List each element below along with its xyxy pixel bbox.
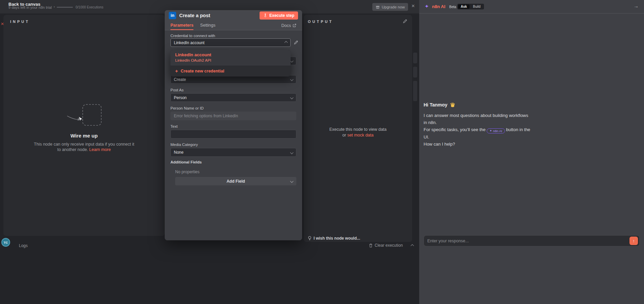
close-ndv-icon[interactable]: ×: [411, 3, 415, 9]
credential-value: LinkedIn account: [174, 40, 205, 45]
collapse-panel-icon[interactable]: →: [634, 3, 639, 9]
canvas-node-ghost: [413, 81, 417, 101]
output-panel: OUTPUT Execute this node to view data or…: [304, 15, 412, 242]
ai-mode-toggle: Ask Build: [457, 4, 484, 9]
wire-me-up-text: This node can only receive input data if…: [34, 142, 134, 152]
tab-settings[interactable]: Settings: [200, 21, 215, 30]
text-input[interactable]: [170, 130, 296, 139]
add-field-button[interactable]: Add Field: [175, 177, 296, 185]
media-category-value: None: [174, 150, 184, 155]
collapse-logs-icon[interactable]: [411, 244, 414, 248]
docs-label: Docs: [281, 23, 291, 28]
no-properties-text: No properties: [175, 170, 199, 174]
input-panel: INPUT Wire me up This node can only rece…: [3, 15, 165, 236]
send-message-button[interactable]: ↑: [629, 237, 638, 245]
node-header: in Create a post Execute step: [165, 10, 302, 21]
ai-message-line: in n8n.: [424, 119, 530, 126]
gift-icon: [376, 5, 380, 9]
plus-icon: +: [175, 68, 178, 74]
flask-icon: [263, 13, 267, 18]
wire-me-up-illustration: [66, 102, 105, 129]
sparkle-icon: ✦: [489, 127, 492, 134]
tab-parameters[interactable]: Parameters: [170, 21, 193, 30]
media-category-label: Media Category: [170, 143, 198, 147]
person-label: Person Name or ID: [170, 106, 204, 110]
ai-greeting: Hi Tanmoy: [424, 102, 455, 108]
credential-option-subtitle: LinkedIn OAuth2 API: [175, 58, 286, 62]
create-new-credential-option[interactable]: + Create new credential: [170, 65, 291, 77]
ai-mode-build[interactable]: Build: [470, 4, 483, 9]
ai-assistant-panel: ✦ n8n AI Beta Ask Build → Hi Tanmoy I ca…: [419, 0, 644, 304]
linkedin-icon: in: [169, 12, 176, 19]
n8n-app: Back to canvas 9 days left in your n8n t…: [0, 0, 644, 304]
node-tabs: Parameters Settings Docs: [165, 21, 302, 30]
additional-fields-label: Additional Fields: [170, 160, 202, 164]
credential-select[interactable]: LinkedIn account: [170, 38, 291, 47]
ai-mode-ask[interactable]: Ask: [458, 4, 469, 9]
n8n-ai-pill-button[interactable]: ✦ n8n AI: [487, 128, 505, 133]
wire-me-up-title: Wire me up: [3, 133, 165, 139]
canvas-node-ghost: [413, 53, 417, 63]
output-empty-line1: Execute this node to view data: [304, 127, 412, 132]
post-as-select[interactable]: Person: [170, 93, 296, 102]
credential-option-linkedin[interactable]: LinkedIn account LinkedIn OAuth2 API: [170, 50, 291, 65]
node-details-modal: in Create a post Execute step Parameters…: [165, 10, 302, 240]
chevron-down-icon: [290, 78, 294, 81]
operation-value: Create: [174, 77, 186, 82]
output-empty-state: Execute this node to view data or set mo…: [304, 127, 412, 138]
ai-greeting-text: Hi Tanmoy: [424, 102, 448, 108]
node-title[interactable]: Create a post: [179, 13, 210, 18]
error-x-icon: ✕: [1, 22, 4, 26]
ai-chat-input[interactable]: [427, 236, 623, 246]
logs-toggle[interactable]: Logs: [19, 243, 28, 248]
ai-message-line: How can I help?: [424, 141, 530, 148]
edit-credential-icon[interactable]: [294, 40, 298, 45]
executions-count: 0/1000 Executions: [76, 5, 103, 9]
text-label: Text: [170, 124, 178, 128]
canvas-node-ghost: [413, 67, 417, 78]
ai-brand-title: n8n AI: [432, 4, 445, 9]
ai-message-text: button in the: [506, 127, 530, 132]
chevron-down-icon: [290, 96, 294, 99]
chevron-down-icon: [290, 180, 294, 183]
trash-icon: [369, 243, 373, 248]
add-field-label: Add Field: [226, 179, 245, 184]
external-link-icon: [293, 24, 296, 27]
credential-option-title: LinkedIn account: [175, 52, 286, 57]
wire-me-up-description: This node can only receive input data if…: [32, 142, 136, 152]
upgrade-now-button[interactable]: Upgrade now: [372, 3, 408, 11]
chevron-down-icon: [290, 59, 294, 63]
execute-step-label: Execute step: [269, 13, 294, 18]
learn-more-link[interactable]: Learn more: [89, 147, 111, 152]
executions-progress-bar: [57, 7, 73, 8]
ai-message: I can answer most questions about buildi…: [424, 112, 530, 148]
docs-link[interactable]: Docs: [281, 21, 296, 30]
wish-node-label: I wish this node would...: [314, 236, 360, 241]
media-category-select[interactable]: None: [170, 148, 296, 157]
n8n-ai-pill-label: n8n AI: [493, 127, 502, 134]
chevron-up-icon: [285, 41, 288, 44]
edit-output-icon[interactable]: [403, 19, 407, 24]
chevron-down-icon: [290, 151, 294, 154]
execute-step-button[interactable]: Execute step: [260, 11, 298, 20]
input-panel-title: INPUT: [10, 20, 30, 24]
ai-message-line: I can answer most questions about buildi…: [424, 112, 530, 119]
trial-banner-text: 9 days left in your n8n trial: [8, 5, 52, 9]
node-parameters: Credential to connect with LinkedIn acco…: [165, 30, 302, 240]
post-as-label: Post As: [170, 88, 184, 92]
sparkle-icon: ✦: [425, 3, 429, 9]
separator-dot: •: [54, 5, 55, 9]
lightbulb-icon: [308, 236, 312, 241]
ai-chat-input-container: ↑: [424, 235, 640, 246]
clear-execution-button[interactable]: Clear execution: [369, 243, 403, 248]
post-as-value: Person: [174, 95, 187, 100]
upgrade-now-label: Upgrade now: [382, 5, 405, 9]
wish-node-button[interactable]: I wish this node would...: [308, 236, 360, 241]
wave-hand-icon: [450, 102, 455, 108]
ai-message-line: UI.: [424, 133, 530, 141]
output-panel-title: OUTPUT: [308, 20, 333, 24]
ai-message-text: For specific tasks, you’ll see the: [424, 127, 486, 132]
set-mock-data-link[interactable]: set mock data: [347, 133, 374, 138]
user-avatar[interactable]: TC: [1, 238, 10, 247]
person-input[interactable]: [170, 112, 296, 120]
